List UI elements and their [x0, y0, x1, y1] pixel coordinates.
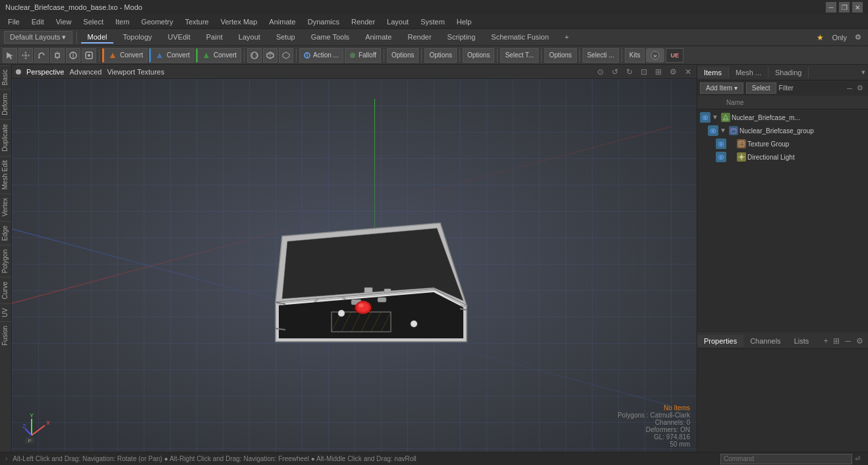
- tab-layout[interactable]: Layout: [232, 32, 267, 44]
- tab-shading[interactable]: Shading: [768, 67, 809, 78]
- modo-icon-btn[interactable]: M: [646, 48, 664, 63]
- tab-uvedit[interactable]: UVEdit: [161, 32, 197, 44]
- convert-orange-btn[interactable]: Convert: [102, 48, 148, 63]
- tree-item-group[interactable]: ▼ Nuclear_Briefcase_group: [707, 124, 867, 137]
- layout-selector[interactable]: Default Layouts ▾: [4, 31, 72, 44]
- selecti-btn[interactable]: Selecti ...: [583, 48, 619, 63]
- tree-item-texture[interactable]: ▶ Texture Group: [714, 137, 867, 150]
- tab-topology[interactable]: Topology: [116, 32, 158, 44]
- tool-scale-btn[interactable]: [50, 48, 65, 63]
- select-button[interactable]: Select: [746, 82, 776, 94]
- menu-layout[interactable]: Layout: [382, 16, 414, 27]
- tree-expand-group[interactable]: ▼: [720, 127, 728, 135]
- tree-item-light[interactable]: ▶ Directional Light: [714, 150, 867, 164]
- tool-transform-btn[interactable]: [66, 48, 80, 63]
- menu-view[interactable]: View: [51, 16, 77, 27]
- viewport-icon7[interactable]: ✕: [683, 67, 693, 77]
- sidebar-tab-meshedit[interactable]: Mesh Edit: [0, 156, 11, 193]
- close-button[interactable]: ✕: [852, 2, 863, 13]
- action-btn[interactable]: Action ...: [299, 48, 343, 63]
- sidebar-tab-deform[interactable]: Deform: [0, 89, 11, 119]
- status-arrow[interactable]: ›: [5, 455, 7, 462]
- eye-icon-light[interactable]: [716, 152, 726, 162]
- minimize-button[interactable]: ─: [826, 2, 836, 13]
- options1-btn[interactable]: Options: [387, 48, 419, 63]
- tool-select-btn[interactable]: [3, 48, 17, 63]
- convert-blue-btn[interactable]: Convert: [149, 48, 194, 63]
- unreal-btn[interactable]: UE: [666, 48, 683, 63]
- tab-mesh[interactable]: Mesh ...: [729, 67, 768, 78]
- prop-settings-btn[interactable]: ⚙: [854, 336, 865, 346]
- menu-render[interactable]: Render: [346, 16, 380, 27]
- tab-channels[interactable]: Channels: [743, 335, 787, 347]
- tab-paint[interactable]: Paint: [200, 32, 229, 44]
- eye-icon-group[interactable]: [708, 125, 718, 136]
- options4-btn[interactable]: Options: [544, 48, 576, 63]
- status-exec-btn[interactable]: ⏎: [852, 455, 863, 462]
- scene-canvas[interactable]: X Y Z P No Items Polygons : Catmull-Clar…: [12, 79, 697, 452]
- tool-move-btn[interactable]: [18, 48, 33, 63]
- tab-schematic[interactable]: Schematic Fusion: [484, 32, 555, 44]
- menu-system[interactable]: System: [415, 16, 450, 27]
- menu-edit[interactable]: Edit: [26, 16, 49, 27]
- menu-dynamics[interactable]: Dynamics: [303, 16, 345, 27]
- options2-btn[interactable]: Options: [424, 48, 456, 63]
- menu-animate[interactable]: Animate: [264, 16, 301, 27]
- menu-texture[interactable]: Texture: [180, 16, 214, 27]
- convert-green-btn[interactable]: Convert: [196, 48, 241, 63]
- filter-label[interactable]: Filter: [779, 84, 794, 92]
- tab-render[interactable]: Render: [401, 32, 438, 44]
- viewport-icon6[interactable]: ⚙: [668, 67, 678, 77]
- panel-tab-arrow[interactable]: ▾: [859, 67, 868, 78]
- eye-icon-root[interactable]: [700, 112, 710, 123]
- sidebar-tab-basic[interactable]: Basic: [0, 65, 11, 89]
- tree-expand-root[interactable]: ▼: [712, 113, 720, 121]
- items-minus[interactable]: ─: [847, 84, 852, 92]
- tab-animate[interactable]: Animate: [359, 32, 398, 44]
- viewport-dot[interactable]: [16, 69, 21, 75]
- tool-extra-btn[interactable]: [82, 48, 96, 63]
- menu-item[interactable]: Item: [110, 16, 134, 27]
- tab-game-tools[interactable]: Game Tools: [304, 32, 357, 44]
- kits-btn[interactable]: Kits: [625, 48, 645, 63]
- prop-add-btn[interactable]: +: [821, 336, 830, 346]
- viewport-icon5[interactable]: ⊞: [654, 67, 663, 77]
- tool-plane-btn[interactable]: [279, 48, 293, 63]
- tool-sphere-btn[interactable]: [247, 48, 262, 63]
- sidebar-tab-uv[interactable]: UV: [0, 303, 11, 321]
- tab-lists[interactable]: Lists: [788, 335, 816, 347]
- add-item-button[interactable]: Add Item: [700, 82, 743, 94]
- select-t-btn[interactable]: Select T...: [500, 48, 538, 63]
- prop-minus-btn[interactable]: ─: [843, 336, 853, 346]
- tab-add[interactable]: +: [558, 32, 575, 44]
- tree-item-root[interactable]: ▼ Nuclear_Briefcase_m...: [699, 111, 867, 124]
- menu-geometry[interactable]: Geometry: [136, 16, 178, 27]
- restore-button[interactable]: ❐: [839, 2, 850, 13]
- menu-help[interactable]: Help: [451, 16, 477, 27]
- command-input[interactable]: [720, 454, 852, 464]
- sidebar-tab-polygon[interactable]: Polygon: [0, 245, 11, 277]
- viewport-perspective[interactable]: Perspective: [26, 68, 64, 76]
- viewport-icon3[interactable]: ↻: [625, 67, 634, 77]
- eye-icon-texture[interactable]: [716, 139, 726, 149]
- sidebar-tab-fusion[interactable]: Fusion: [0, 321, 11, 350]
- viewport-icon1[interactable]: ⊙: [596, 67, 605, 77]
- menu-file[interactable]: File: [3, 16, 25, 27]
- items-settings[interactable]: ⚙: [855, 84, 865, 92]
- sidebar-tab-vertex[interactable]: Vertex: [0, 193, 11, 220]
- viewport-icon2[interactable]: ↺: [610, 67, 620, 77]
- tab-model[interactable]: Model: [81, 32, 114, 44]
- tool-cube-btn[interactable]: [263, 48, 277, 63]
- tab-items[interactable]: Items: [697, 67, 729, 78]
- gear-icon[interactable]: ⚙: [852, 33, 864, 42]
- viewport-textures[interactable]: Viewport Textures: [107, 68, 164, 76]
- falloff-btn[interactable]: Falloff: [345, 48, 381, 63]
- sidebar-tab-curve[interactable]: Curve: [0, 277, 11, 303]
- sidebar-tab-duplicate[interactable]: Duplicate: [0, 119, 11, 156]
- sidebar-tab-edge[interactable]: Edge: [0, 221, 11, 245]
- tab-setup[interactable]: Setup: [270, 32, 302, 44]
- tool-rotate-btn[interactable]: [34, 48, 49, 63]
- menu-vertexmap[interactable]: Vertex Map: [216, 16, 263, 27]
- tab-properties[interactable]: Properties: [697, 335, 743, 347]
- options3-btn[interactable]: Options: [463, 48, 494, 63]
